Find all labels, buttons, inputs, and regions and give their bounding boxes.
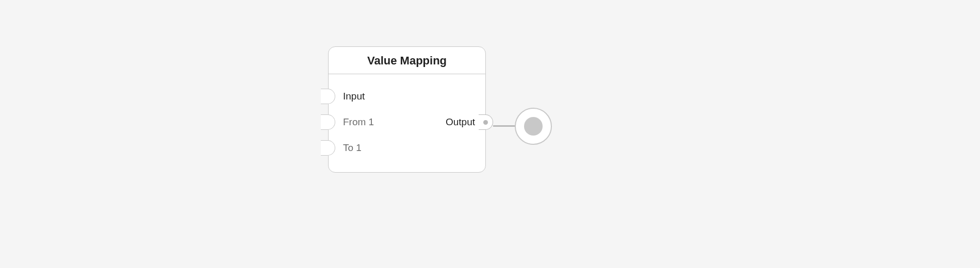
endpoint-dot-icon [524,117,543,136]
output-port-dot-icon [483,120,488,125]
port-label-to-1: To 1 [343,142,475,154]
node-title: Value Mapping [329,47,485,74]
port-label-input: Input [343,91,475,102]
input-port-input[interactable] [321,89,335,104]
input-port-from-1[interactable] [321,114,335,130]
output-endpoint[interactable] [515,108,552,145]
port-label-from-1: From 1 [343,116,446,128]
port-label-output: Output [446,116,475,128]
port-row-input: Input [343,83,475,109]
output-port-output[interactable] [479,114,493,130]
input-port-to-1[interactable] [321,140,335,156]
port-row-from-1: From 1 Output [343,109,475,135]
node-body: Input From 1 Output To 1 [329,74,485,172]
port-row-to-1: To 1 [343,135,475,161]
value-mapping-node[interactable]: Value Mapping Input From 1 Output To 1 [328,46,486,173]
